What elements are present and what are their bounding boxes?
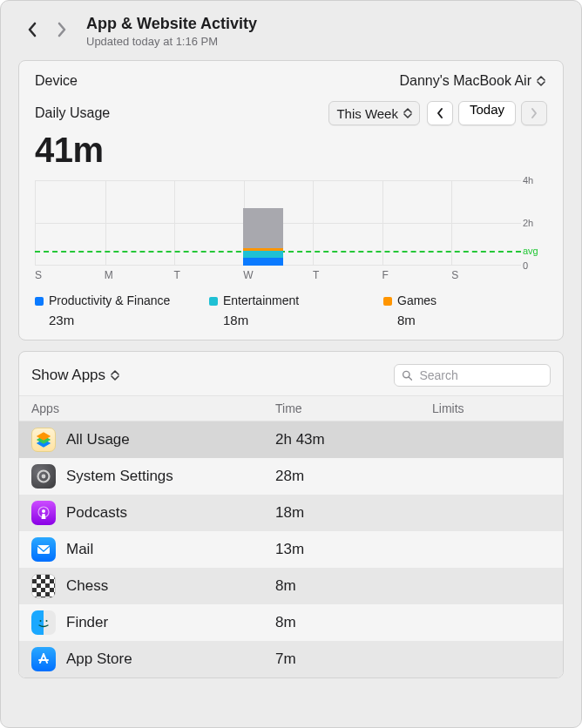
x-tick: S [451, 269, 521, 281]
legend-value: 23m [35, 313, 183, 327]
table-row[interactable]: Mail13m [19, 531, 563, 568]
chart-bar-segment [243, 208, 283, 249]
svg-point-2 [42, 475, 46, 479]
legend-item[interactable]: Productivity & Finance23m [35, 293, 183, 327]
usage-chart: 02h4havg SMTWTFS [35, 175, 547, 280]
legend-label: Entertainment [223, 293, 299, 307]
app-icon [31, 501, 56, 525]
popup-stepper-icon [403, 108, 412, 118]
x-tick: T [173, 269, 243, 281]
table-row[interactable]: Podcasts18m [19, 495, 563, 531]
x-tick: M [105, 269, 174, 281]
legend-swatch [383, 297, 392, 306]
table-row[interactable]: System Settings28m [19, 458, 563, 495]
apps-search-input[interactable] [417, 367, 543, 383]
chevron-right-icon [530, 107, 538, 119]
forward-button[interactable] [51, 15, 72, 44]
device-selected: Danny's MacBook Air [399, 73, 531, 89]
next-period-button[interactable] [521, 101, 547, 125]
app-time: 7m [275, 650, 432, 668]
apps-table-header: Apps Time Limits [19, 395, 563, 421]
legend-label: Productivity & Finance [49, 293, 170, 307]
app-icon [31, 574, 56, 598]
daily-usage-label: Daily Usage [35, 105, 321, 121]
app-icon [31, 537, 56, 562]
search-icon [402, 369, 412, 381]
svg-point-3 [42, 509, 45, 513]
topbar: App & Website Activity Updated today at … [15, 1, 567, 55]
apps-filter-label: Show Apps [31, 367, 105, 384]
range-selected: This Week [336, 106, 398, 121]
apps-table-body: All Usage2h 43mSystem Settings28mPodcast… [19, 421, 563, 677]
table-row[interactable]: Finder8m [19, 604, 563, 641]
y-axis: 02h4havg [523, 175, 547, 280]
app-icon [31, 647, 56, 671]
page-subtitle: Updated today at 1:16 PM [86, 35, 257, 48]
daily-usage-row: Daily Usage This Week Today [35, 101, 547, 125]
today-button[interactable]: Today [458, 101, 516, 125]
app-icon [31, 428, 56, 452]
app-name: System Settings [66, 468, 173, 485]
apps-filter-popup[interactable]: Show Apps [31, 367, 121, 384]
app-name: Chess [66, 577, 108, 595]
app-time: 2h 43m [275, 431, 432, 448]
svg-point-7 [46, 620, 48, 622]
chart-bar-segment [243, 251, 283, 257]
table-row[interactable]: Chess8m [19, 568, 563, 604]
legend-value: 18m [209, 313, 357, 327]
app-time: 28m [275, 468, 432, 485]
app-time: 8m [275, 614, 432, 631]
legend-item[interactable]: Entertainment18m [209, 293, 357, 327]
x-axis: SMTWTFS [35, 269, 521, 281]
col-time[interactable]: Time [275, 401, 432, 415]
x-tick: S [35, 269, 105, 281]
table-row[interactable]: App Store7m [19, 641, 563, 677]
legend-swatch [209, 297, 218, 306]
prev-period-button[interactable] [427, 101, 453, 125]
back-button[interactable] [22, 15, 43, 44]
table-row[interactable]: All Usage2h 43m [19, 421, 563, 458]
chart-bar-segment [243, 258, 283, 266]
legend-item[interactable]: Games8m [383, 293, 531, 327]
app-time: 13m [275, 541, 432, 558]
chevron-right-icon [57, 22, 67, 37]
app-time: 8m [275, 577, 432, 595]
x-tick: T [313, 269, 382, 281]
svg-point-6 [40, 620, 42, 622]
today-label: Today [470, 102, 504, 117]
app-icon [31, 464, 56, 489]
app-name: All Usage [66, 431, 130, 448]
app-icon [31, 610, 56, 635]
daily-usage-total: 41m [35, 131, 547, 170]
app-name: Podcasts [66, 504, 127, 522]
title-block: App & Website Activity Updated today at … [86, 15, 257, 48]
app-name: Finder [66, 614, 108, 631]
page-title: App & Website Activity [86, 15, 257, 33]
popup-stepper-icon [109, 367, 121, 383]
chart-bar[interactable] [243, 208, 283, 266]
chevron-left-icon [27, 22, 37, 37]
range-popup[interactable]: This Week [328, 101, 420, 125]
app-time: 18m [275, 504, 432, 522]
col-apps[interactable]: Apps [31, 401, 275, 415]
settings-window: App & Website Activity Updated today at … [0, 0, 582, 728]
x-tick: W [243, 269, 313, 281]
device-label: Device [35, 73, 78, 89]
usage-card: Device Danny's MacBook Air Daily Usage T… [18, 60, 564, 340]
legend-label: Games [397, 293, 436, 307]
chevron-left-icon [436, 107, 444, 119]
device-row: Device Danny's MacBook Air [35, 73, 547, 89]
device-popup[interactable]: Danny's MacBook Air [399, 73, 547, 89]
app-name: Mail [66, 541, 93, 558]
svg-rect-5 [37, 545, 50, 554]
legend-value: 8m [383, 313, 531, 327]
col-limits[interactable]: Limits [432, 401, 551, 415]
apps-toolbar: Show Apps [19, 361, 563, 395]
x-tick: F [382, 269, 452, 281]
apps-search[interactable] [394, 364, 551, 387]
legend-swatch [35, 297, 44, 306]
app-name: App Store [66, 650, 132, 668]
chart-legend: Productivity & Finance23mEntertainment18… [35, 293, 547, 327]
apps-card: Show Apps Apps Time Limits All Usage2h 4… [18, 351, 564, 678]
nav-buttons [22, 15, 72, 44]
